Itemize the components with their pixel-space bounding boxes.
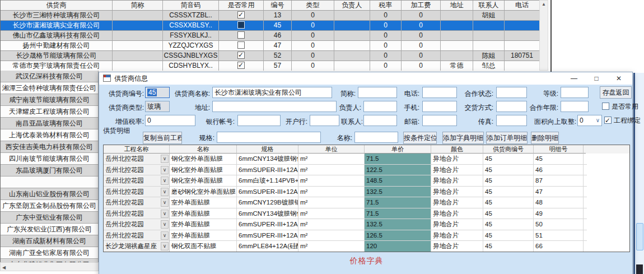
detail-row[interactable]: 岳州北控花园∨钢化室外单面贴膜6mm白玻+1.14PVB+6mm..m²148.… [104, 175, 629, 187]
supplier-list-hscrollbar[interactable]: ◀ [0, 262, 99, 271]
table-row[interactable]: 长沙市三湘特种玻璃有限公司CSSSXTZBL..13000胡姐 [1, 11, 539, 21]
save-return-button[interactable]: 存盘返回 [600, 86, 632, 99]
detail-header-cell[interactable]: 单价 [365, 145, 431, 154]
maximize-icon[interactable]: □ [585, 72, 608, 85]
scroll-left-icon[interactable]: ◀ [1, 265, 6, 270]
grid-header-cell[interactable]: 简音码 [163, 1, 219, 11]
list-item[interactable] [1, 177, 98, 188]
coop-years-field[interactable] [561, 101, 589, 112]
manager-field[interactable] [363, 101, 397, 112]
checkbox-checked[interactable] [237, 11, 245, 18]
project-combo[interactable]: 岳州北控花园∨ [104, 165, 170, 176]
detail-header-cell[interactable]: 单位 [298, 145, 365, 154]
list-item[interactable]: 东晶玻璃厦门有限公司 [1, 165, 98, 177]
list-item[interactable]: 湘潭三金特种玻璃有限责任公司 [1, 82, 98, 94]
chevron-down-icon[interactable]: ∨ [161, 198, 169, 207]
minimize-icon[interactable]: — [563, 72, 585, 85]
project-bind-checkbox[interactable]: 工程绑定 [604, 115, 641, 126]
detail-row[interactable]: 岳州北控花园∨磨砂钢化室外单面贴膜6mmSUPER-III+12A(硅..m²1… [104, 187, 629, 198]
phone-field[interactable] [422, 87, 457, 98]
chevron-down-icon[interactable]: ∨ [596, 115, 600, 126]
table-row[interactable]: 长沙晟格节能玻璃有限公司CSSGJNBLYXGS52000陈姐180751 [1, 51, 539, 61]
list-item[interactable]: 湖南广亚全铝家居有限公司 [1, 247, 98, 259]
close-icon[interactable]: ✕ [608, 72, 630, 85]
chevron-down-icon[interactable]: ∨ [161, 220, 169, 229]
detail-header-cell[interactable]: 明细号 [534, 145, 584, 154]
locate-button[interactable]: 按条件定位 [403, 132, 437, 144]
checkbox-checked[interactable] [237, 52, 245, 59]
list-item[interactable]: 广东兴发铝业(江西)有限公司 [1, 224, 98, 235]
vat-rate-field[interactable]: 0 [145, 115, 195, 126]
chevron-down-icon[interactable]: ∨ [161, 210, 169, 218]
grid-header-cell[interactable]: 供货商 [1, 1, 113, 11]
coop-status-field[interactable] [496, 87, 527, 98]
grid-header-cell[interactable]: 电话 [505, 1, 539, 11]
detail-row[interactable]: 岳州北控花园∨室外单面贴膜6mmCNY134镀膜钢化m²71.5异地合片4549 [104, 208, 629, 220]
detail-row[interactable]: 岳州北控花园∨钢化室外单面贴膜6mmCNY134镀膜钢化m²71.5异地合片45… [104, 154, 629, 165]
project-combo[interactable]: 岳州北控花园∨ [104, 197, 170, 208]
chevron-down-icon[interactable]: ∨ [161, 166, 169, 174]
detail-header-cell[interactable]: 规格 [237, 145, 298, 154]
checkbox-unchecked[interactable] [237, 31, 245, 39]
grid-header-cell[interactable]: 税率 [370, 1, 402, 11]
delivery-field[interactable] [496, 101, 527, 112]
grid-header-cell[interactable]: 负责人 [334, 1, 370, 11]
grid-header-cell[interactable]: 加工费 [402, 1, 441, 11]
fax-field[interactable] [496, 115, 527, 126]
chevron-down-icon[interactable]: ∨ [161, 242, 169, 250]
list-item[interactable]: 武汉亿深科技有限公司 [1, 71, 98, 82]
detail-row[interactable]: 岳州北控花园∨室外单面贴膜6mmSUPER-III+12A(硅..m²126.5… [104, 230, 629, 242]
table-row[interactable]: 常德市昊宇玻璃有限责任公司CDSHYBLYX..57000常德邹总 [1, 61, 539, 71]
list-item[interactable]: 南昌亚晶玻璃有限公司 [1, 118, 98, 129]
add-order-detail-button[interactable]: 添加订单明细 [486, 132, 528, 144]
list-item[interactable]: 西安佳吉美电力科技有限公司 [1, 141, 98, 153]
scroll-up-icon[interactable]: ▲ [540, 1, 548, 8]
checkbox-checked[interactable] [604, 117, 612, 124]
grid-header-cell[interactable]: 类型 [292, 1, 334, 11]
dialog-titlebar[interactable]: 供货商信息 — □ ✕ [99, 72, 632, 85]
supplier-grid-vscrollbar[interactable]: ▲ [539, 0, 548, 71]
project-combo[interactable]: 岳州北控花园∨ [104, 175, 170, 187]
detail-row[interactable]: 岳州北控花园∨钢化室外单面贴膜6mmSUPER-III+12A(硅..m²122… [104, 165, 629, 176]
bank-branch-field[interactable] [310, 115, 339, 126]
detail-row[interactable]: 岳州北控花园∨室外单面贴膜6mmSUPER-III+12A(硅..m²132.5… [104, 219, 629, 230]
checkbox-unchecked[interactable] [237, 21, 245, 29]
detail-header-cell[interactable]: 名称 [170, 145, 237, 154]
table-row[interactable]: 扬州中勤建材有限公司YZZQJCYXGS47000 [1, 41, 539, 51]
list-item[interactable]: 山东南山铝业股份有限公司 [1, 188, 98, 200]
project-combo[interactable]: 岳州北控花园∨ [104, 219, 170, 230]
detail-header-cell[interactable]: 颜色 [431, 145, 483, 154]
chevron-down-icon[interactable]: ∨ [161, 188, 169, 196]
project-combo[interactable]: 长沙龙湖祺鑫星座∨ [104, 241, 170, 252]
is-common-checkbox[interactable]: 是否常用 [602, 101, 638, 112]
list-item[interactable]: 四川南玻节能玻璃有限公司 [1, 153, 98, 165]
detail-header-cell[interactable]: 工程名称 [104, 145, 170, 154]
project-combo[interactable]: 岳州北控花园∨ [104, 208, 170, 220]
supplier-no-field[interactable]: 45 [145, 87, 170, 98]
detail-row[interactable]: 岳州北控花园∨室外单面贴膜6mmCNY129B镀膜钢化m²71.5异地合片454… [104, 197, 629, 208]
address-field[interactable] [212, 101, 337, 112]
grid-header-cell[interactable]: 简称 [113, 1, 163, 11]
area-round-up-combo[interactable]: 0∨ [577, 115, 602, 126]
list-item[interactable]: 天津耀皮工程玻璃有限公司 [1, 106, 98, 118]
delete-detail-button[interactable]: 删除明细 [531, 132, 559, 144]
grid-header-cell[interactable]: 联系人 [473, 1, 505, 11]
copy-project-button[interactable]: 复制当前工程 [143, 132, 182, 144]
table-row[interactable]: 佛山市亿鑫玻璃科技有限公司FSSYXBLKJ..46000 [1, 31, 539, 41]
supplier-type-field[interactable]: 玻璃 [145, 101, 170, 112]
bank-account-field[interactable] [237, 115, 281, 126]
list-item[interactable]: 广东坚朗五金制品股份有限公司 [1, 200, 98, 212]
list-item[interactable]: 上海优泰装饰材料有限公司 [1, 129, 98, 141]
contact-field[interactable] [363, 115, 397, 126]
list-item[interactable]: 咸宁南玻节能玻璃有限公司 [1, 94, 98, 106]
supplier-name-field[interactable]: 长沙市潇湘玻璃实业有限公司 [212, 87, 332, 98]
checkbox-unchecked[interactable] [602, 103, 609, 110]
checkbox-checked[interactable] [237, 62, 245, 69]
list-item[interactable]: 广东中亚铝业有限公司 [1, 212, 98, 224]
detail-header-cell[interactable]: 供货商编号 [483, 145, 534, 154]
chevron-down-icon[interactable]: ∨ [161, 155, 169, 163]
grid-header-cell[interactable]: 地址 [441, 1, 473, 11]
name-filter-input[interactable] [354, 132, 398, 143]
mobile-field[interactable] [422, 101, 457, 112]
spec-filter-input[interactable] [217, 132, 321, 143]
